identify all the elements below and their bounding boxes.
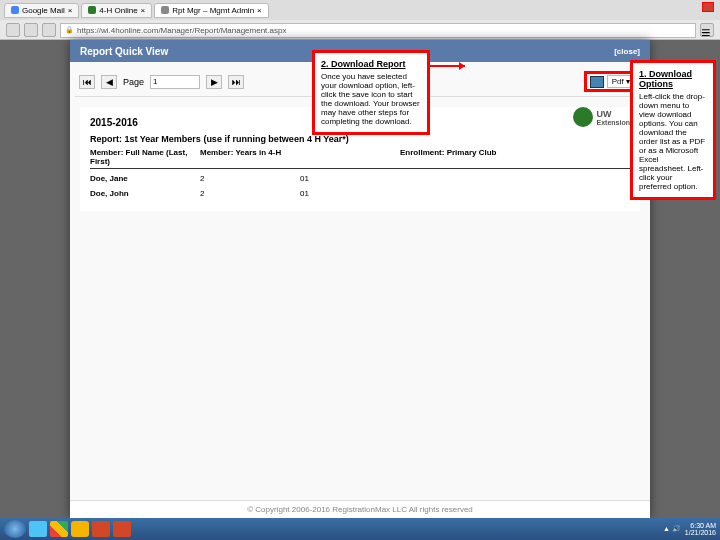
system-tray[interactable]: ▲ 🔊 6:30 AM1/21/2016 xyxy=(663,522,716,536)
menu-button[interactable]: ≡ xyxy=(700,23,714,37)
folder-icon[interactable] xyxy=(71,521,89,537)
taskbar: ▲ 🔊 6:30 AM1/21/2016 xyxy=(0,518,720,540)
forward-button[interactable] xyxy=(24,23,38,37)
powerpoint-icon[interactable] xyxy=(113,521,131,537)
last-page-button[interactable]: ⏭ xyxy=(228,75,244,89)
browser-chrome: Google Mail× 4-H Online× Rpt Mgr – Mgmt … xyxy=(0,0,720,40)
prev-page-button[interactable]: ◀ xyxy=(101,75,117,89)
tab-4h[interactable]: 4-H Online× xyxy=(81,3,152,18)
ie-icon[interactable] xyxy=(29,521,47,537)
tab-gmail[interactable]: Google Mail× xyxy=(4,3,79,18)
first-page-button[interactable]: ⏮ xyxy=(79,75,95,89)
tab-report[interactable]: Rpt Mgr – Mgmt Admin× xyxy=(154,3,268,18)
start-button[interactable] xyxy=(4,520,26,538)
table-header: Member: Full Name (Last, First) Member: … xyxy=(90,148,630,169)
extension-logo: UWExtension xyxy=(597,109,630,126)
table-row: Doe, Jane201 xyxy=(90,171,630,186)
chrome-icon[interactable] xyxy=(50,521,68,537)
report-title: Report: 1st Year Members (use if running… xyxy=(90,134,630,144)
back-button[interactable] xyxy=(6,23,20,37)
arrow-icon xyxy=(430,65,465,67)
page-label: Page xyxy=(123,77,144,87)
next-page-button[interactable]: ▶ xyxy=(206,75,222,89)
window-close-icon[interactable] xyxy=(702,2,714,12)
clover-icon xyxy=(573,107,593,127)
page-input[interactable] xyxy=(150,75,200,89)
logos: UWExtension xyxy=(573,107,630,127)
table-row: Doe, John201 xyxy=(90,186,630,201)
reload-button[interactable] xyxy=(42,23,56,37)
callout-download-report: 2. Download Report Once you have selecte… xyxy=(312,50,430,135)
tabs-row: Google Mail× 4-H Online× Rpt Mgr – Mgmt … xyxy=(0,0,720,20)
callout-download-options: 1. Download Options Left-click the drop-… xyxy=(630,60,716,200)
modal-title: Report Quick View xyxy=(80,46,168,57)
save-icon[interactable] xyxy=(590,76,604,88)
office-icon[interactable] xyxy=(92,521,110,537)
url-row: 🔒https://wi.4honline.com/Manager/Report/… xyxy=(0,20,720,40)
lock-icon: 🔒 xyxy=(65,26,74,34)
close-button[interactable]: [close] xyxy=(614,47,640,56)
url-bar[interactable]: 🔒https://wi.4honline.com/Manager/Report/… xyxy=(60,23,696,38)
footer: © Copyright 2006-2016 RegistrationMax LL… xyxy=(70,500,650,518)
